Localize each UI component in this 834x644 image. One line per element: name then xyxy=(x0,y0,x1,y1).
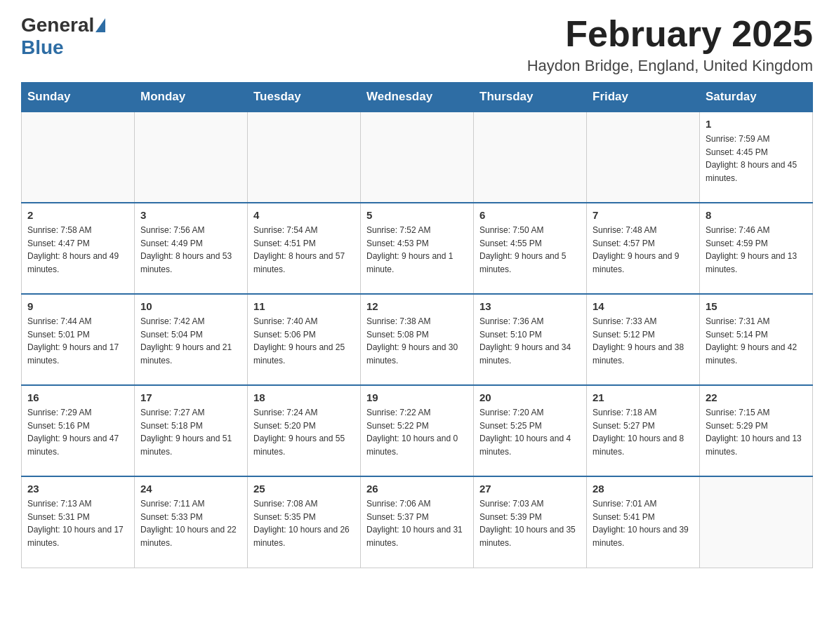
day-number: 1 xyxy=(706,118,807,130)
day-info: Sunrise: 7:03 AMSunset: 5:39 PMDaylight:… xyxy=(479,497,581,549)
calendar-cell: 3Sunrise: 7:56 AMSunset: 4:49 PMDaylight… xyxy=(135,203,248,294)
day-number: 3 xyxy=(140,209,241,221)
day-info: Sunrise: 7:24 AMSunset: 5:20 PMDaylight:… xyxy=(253,406,355,458)
calendar-cell: 15Sunrise: 7:31 AMSunset: 5:14 PMDayligh… xyxy=(700,294,813,385)
month-title: February 2025 xyxy=(527,14,813,54)
calendar-cell: 4Sunrise: 7:54 AMSunset: 4:51 PMDaylight… xyxy=(248,203,361,294)
day-number: 13 xyxy=(479,300,581,312)
calendar-col-header-saturday: Saturday xyxy=(700,83,813,112)
calendar-cell: 26Sunrise: 7:06 AMSunset: 5:37 PMDayligh… xyxy=(361,476,474,568)
logo-triangle-icon xyxy=(95,18,105,32)
calendar-cell: 23Sunrise: 7:13 AMSunset: 5:31 PMDayligh… xyxy=(22,476,135,568)
calendar-cell: 24Sunrise: 7:11 AMSunset: 5:33 PMDayligh… xyxy=(135,476,248,568)
calendar-cell: 19Sunrise: 7:22 AMSunset: 5:22 PMDayligh… xyxy=(361,385,474,476)
calendar-cell: 2Sunrise: 7:58 AMSunset: 4:47 PMDaylight… xyxy=(22,203,135,294)
calendar-col-header-wednesday: Wednesday xyxy=(361,83,474,112)
day-info: Sunrise: 7:15 AMSunset: 5:29 PMDaylight:… xyxy=(706,406,807,458)
calendar-cell: 11Sunrise: 7:40 AMSunset: 5:06 PMDayligh… xyxy=(248,294,361,385)
day-info: Sunrise: 7:40 AMSunset: 5:06 PMDaylight:… xyxy=(253,315,355,367)
location-title: Haydon Bridge, England, United Kingdom xyxy=(527,57,813,75)
logo: General Blue xyxy=(21,14,107,59)
calendar-cell: 25Sunrise: 7:08 AMSunset: 5:35 PMDayligh… xyxy=(248,476,361,568)
day-number: 18 xyxy=(253,391,355,403)
calendar-cell: 21Sunrise: 7:18 AMSunset: 5:27 PMDayligh… xyxy=(587,385,700,476)
calendar-cell: 9Sunrise: 7:44 AMSunset: 5:01 PMDaylight… xyxy=(22,294,135,385)
day-number: 24 xyxy=(140,483,241,495)
calendar-week-row: 1Sunrise: 7:59 AMSunset: 4:45 PMDaylight… xyxy=(22,112,813,203)
calendar-cell: 8Sunrise: 7:46 AMSunset: 4:59 PMDaylight… xyxy=(700,203,813,294)
day-info: Sunrise: 7:29 AMSunset: 5:16 PMDaylight:… xyxy=(27,406,128,458)
day-info: Sunrise: 7:11 AMSunset: 5:33 PMDaylight:… xyxy=(140,497,241,549)
day-number: 16 xyxy=(27,391,128,403)
title-block: February 2025 Haydon Bridge, England, Un… xyxy=(527,14,813,75)
day-number: 4 xyxy=(253,209,355,221)
day-info: Sunrise: 7:38 AMSunset: 5:08 PMDaylight:… xyxy=(366,315,468,367)
logo-blue-text: Blue xyxy=(21,36,64,58)
day-info: Sunrise: 7:42 AMSunset: 5:04 PMDaylight:… xyxy=(140,315,241,367)
day-info: Sunrise: 7:13 AMSunset: 5:31 PMDaylight:… xyxy=(27,497,128,549)
calendar-cell xyxy=(135,112,248,203)
day-number: 23 xyxy=(27,483,128,495)
day-info: Sunrise: 7:36 AMSunset: 5:10 PMDaylight:… xyxy=(479,315,581,367)
day-info: Sunrise: 7:59 AMSunset: 4:45 PMDaylight:… xyxy=(706,133,807,185)
day-number: 20 xyxy=(479,391,581,403)
calendar-cell: 14Sunrise: 7:33 AMSunset: 5:12 PMDayligh… xyxy=(587,294,700,385)
day-number: 6 xyxy=(479,209,581,221)
day-number: 7 xyxy=(593,209,694,221)
day-number: 27 xyxy=(479,483,581,495)
calendar-cell: 5Sunrise: 7:52 AMSunset: 4:53 PMDaylight… xyxy=(361,203,474,294)
day-info: Sunrise: 7:44 AMSunset: 5:01 PMDaylight:… xyxy=(27,315,128,367)
day-info: Sunrise: 7:22 AMSunset: 5:22 PMDaylight:… xyxy=(366,406,468,458)
calendar-week-row: 16Sunrise: 7:29 AMSunset: 5:16 PMDayligh… xyxy=(22,385,813,476)
day-number: 25 xyxy=(253,483,355,495)
calendar-cell: 20Sunrise: 7:20 AMSunset: 5:25 PMDayligh… xyxy=(474,385,587,476)
day-number: 21 xyxy=(593,391,694,403)
calendar-col-header-thursday: Thursday xyxy=(474,83,587,112)
day-info: Sunrise: 7:27 AMSunset: 5:18 PMDaylight:… xyxy=(140,406,241,458)
calendar-header-row: SundayMondayTuesdayWednesdayThursdayFrid… xyxy=(22,83,813,112)
day-info: Sunrise: 7:58 AMSunset: 4:47 PMDaylight:… xyxy=(27,224,128,276)
day-info: Sunrise: 7:50 AMSunset: 4:55 PMDaylight:… xyxy=(479,224,581,276)
calendar-week-row: 9Sunrise: 7:44 AMSunset: 5:01 PMDaylight… xyxy=(22,294,813,385)
day-info: Sunrise: 7:54 AMSunset: 4:51 PMDaylight:… xyxy=(253,224,355,276)
calendar-week-row: 23Sunrise: 7:13 AMSunset: 5:31 PMDayligh… xyxy=(22,476,813,568)
calendar-cell xyxy=(361,112,474,203)
calendar-cell: 10Sunrise: 7:42 AMSunset: 5:04 PMDayligh… xyxy=(135,294,248,385)
day-info: Sunrise: 7:33 AMSunset: 5:12 PMDaylight:… xyxy=(593,315,694,367)
day-number: 22 xyxy=(706,391,807,403)
logo-general-text: General xyxy=(21,14,94,36)
calendar-cell xyxy=(700,476,813,568)
calendar-cell: 12Sunrise: 7:38 AMSunset: 5:08 PMDayligh… xyxy=(361,294,474,385)
calendar-cell: 22Sunrise: 7:15 AMSunset: 5:29 PMDayligh… xyxy=(700,385,813,476)
day-info: Sunrise: 7:48 AMSunset: 4:57 PMDaylight:… xyxy=(593,224,694,276)
day-number: 9 xyxy=(27,300,128,312)
calendar-week-row: 2Sunrise: 7:58 AMSunset: 4:47 PMDaylight… xyxy=(22,203,813,294)
calendar-cell xyxy=(474,112,587,203)
calendar-cell: 16Sunrise: 7:29 AMSunset: 5:16 PMDayligh… xyxy=(22,385,135,476)
day-number: 8 xyxy=(706,209,807,221)
day-info: Sunrise: 7:08 AMSunset: 5:35 PMDaylight:… xyxy=(253,497,355,549)
calendar-cell xyxy=(587,112,700,203)
calendar-cell: 17Sunrise: 7:27 AMSunset: 5:18 PMDayligh… xyxy=(135,385,248,476)
calendar-cell: 7Sunrise: 7:48 AMSunset: 4:57 PMDaylight… xyxy=(587,203,700,294)
day-number: 19 xyxy=(366,391,468,403)
day-info: Sunrise: 7:06 AMSunset: 5:37 PMDaylight:… xyxy=(366,497,468,549)
day-number: 17 xyxy=(140,391,241,403)
day-number: 15 xyxy=(706,300,807,312)
day-info: Sunrise: 7:20 AMSunset: 5:25 PMDaylight:… xyxy=(479,406,581,458)
calendar-col-header-monday: Monday xyxy=(135,83,248,112)
calendar-col-header-sunday: Sunday xyxy=(22,83,135,112)
calendar-col-header-friday: Friday xyxy=(587,83,700,112)
day-info: Sunrise: 7:31 AMSunset: 5:14 PMDaylight:… xyxy=(706,315,807,367)
calendar-col-header-tuesday: Tuesday xyxy=(248,83,361,112)
calendar-table: SundayMondayTuesdayWednesdayThursdayFrid… xyxy=(21,82,813,568)
day-info: Sunrise: 7:56 AMSunset: 4:49 PMDaylight:… xyxy=(140,224,241,276)
calendar-cell: 27Sunrise: 7:03 AMSunset: 5:39 PMDayligh… xyxy=(474,476,587,568)
day-number: 5 xyxy=(366,209,468,221)
day-info: Sunrise: 7:46 AMSunset: 4:59 PMDaylight:… xyxy=(706,224,807,276)
day-number: 12 xyxy=(366,300,468,312)
calendar-cell: 1Sunrise: 7:59 AMSunset: 4:45 PMDaylight… xyxy=(700,112,813,203)
day-number: 14 xyxy=(593,300,694,312)
day-info: Sunrise: 7:01 AMSunset: 5:41 PMDaylight:… xyxy=(593,497,694,549)
day-number: 28 xyxy=(593,483,694,495)
